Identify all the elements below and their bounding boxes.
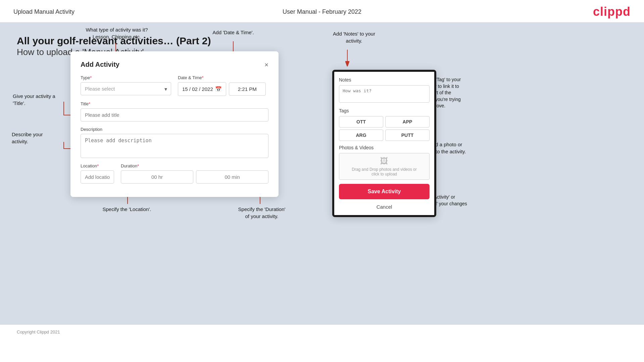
location-input[interactable] [81,170,114,184]
annotation-date-time: Add 'Date & Time'. [200,29,267,36]
photos-drop-area[interactable]: 🖼 Drag and Drop photos and videos orclic… [339,153,430,180]
duration-label: Duration* [121,163,268,168]
tag-app[interactable]: APP [385,116,430,127]
modal-close-button[interactable]: × [264,61,268,68]
tags-grid: OTT APP ARG PUTT [339,116,430,141]
image-icon: 🖼 [380,156,388,166]
modal-header: Add Activity × [81,61,268,68]
main-content: All your golf-relevant activities… (Part… [0,23,644,325]
photos-drop-text: Drag and Drop photos and videos orclick … [352,167,416,176]
notes-textarea[interactable] [339,85,430,103]
location-duration-row: Location* Duration* [81,163,268,184]
calendar-icon: 📅 [215,86,222,92]
annotation-duration: Specify the 'Duration' of your activity. [218,206,305,220]
title-input[interactable] [81,108,268,121]
time-input[interactable]: 2:21 PM [229,83,266,96]
top-bar: Upload Manual Activity User Manual - Feb… [0,0,644,23]
description-row: Description [81,127,268,158]
modal-title: Add Activity [81,61,119,68]
manual-title: User Manual - February 2022 [283,8,361,15]
copyright: Copyright Clippd 2021 [0,325,644,339]
location-group: Location* [81,163,114,184]
save-activity-button[interactable]: Save Activity [339,184,430,199]
type-select[interactable]: Please select [81,82,171,95]
annotation-describe: Describe your activity. [12,131,62,145]
date-input[interactable]: 15 / 02 / 2022 📅 [178,82,226,96]
title-group: Title* [81,101,268,121]
logo: clippd [593,5,631,19]
type-select-wrapper[interactable]: Please select [81,82,171,95]
photos-label: Photos & Videos [339,145,430,150]
type-datetime-row: Type* Please select Date & Time* 15 / [81,75,268,96]
duration-min-input[interactable] [196,170,268,184]
phone-mockup: Notes Tags OTT APP ARG PUTT Photos & Vid… [332,70,436,217]
description-textarea[interactable] [81,134,268,158]
photos-videos-section: Photos & Videos 🖼 Drag and Drop photos a… [339,145,430,180]
duration-inputs [121,170,268,184]
type-label: Type* [81,75,171,80]
modal-dialog-wrapper: Add Activity × Type* Please select [70,51,279,197]
datetime-group: Date & Time* 15 / 02 / 2022 📅 2:21 PM [178,75,268,96]
tag-putt[interactable]: PUTT [385,130,430,141]
annotation-notes: Add 'Notes' to your activity. [320,30,388,44]
phone-mockup-wrapper: Notes Tags OTT APP ARG PUTT Photos & Vid… [319,50,436,217]
phone-content: Notes Tags OTT APP ARG PUTT Photos & Vid… [334,72,434,215]
title-label: Title* [81,101,268,106]
date-time-inputs: 15 / 02 / 2022 📅 2:21 PM [178,82,268,96]
location-label: Location* [81,163,114,168]
duration-group: Duration* [121,163,268,184]
annotation-title: Give your activity a 'Title'. [13,93,63,107]
type-group: Type* Please select [81,75,171,96]
annotation-what-type: What type of activity was it? Lesson, Ch… [83,26,150,40]
tag-arg[interactable]: ARG [339,130,383,141]
cancel-button[interactable]: Cancel [339,202,430,212]
description-label: Description [81,127,268,132]
description-group: Description [81,127,268,158]
title-row: Title* [81,101,268,121]
duration-hr-input[interactable] [121,170,193,184]
annotation-location: Specify the 'Location'. [87,206,167,213]
add-activity-modal: Add Activity × Type* Please select [70,51,279,197]
tags-section-label: Tags [339,108,430,113]
datetime-label: Date & Time* [178,75,268,80]
notes-section-label: Notes [339,77,430,83]
tag-ott[interactable]: OTT [339,116,383,127]
page-title: Upload Manual Activity [13,8,75,15]
